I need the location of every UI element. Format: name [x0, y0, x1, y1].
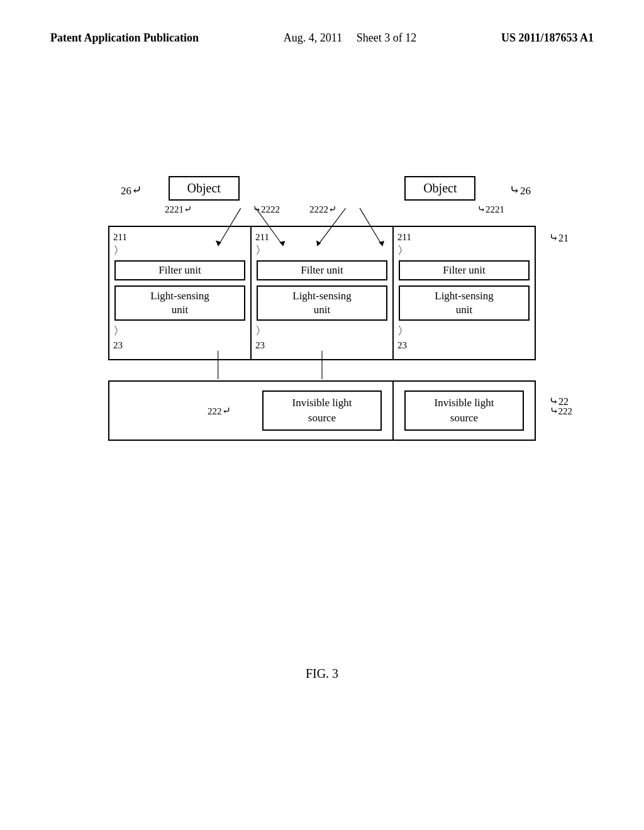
date-text: Aug. 4, 2011	[284, 31, 342, 44]
sensor-cell-3: 211〉 Filter unit Light-sensingunit 〉23	[394, 227, 535, 359]
filter-box-2: Filter unit	[257, 260, 387, 280]
publication-text: Patent Application Publication	[50, 31, 199, 44]
ref-26-left: 26⤶	[121, 182, 142, 197]
ref-23-2: 〉23	[255, 323, 389, 351]
light-cell-2: Invisible lightsource ⤷222	[394, 382, 535, 440]
caption-text: FIG. 3	[306, 667, 338, 680]
diagram-area: 26⤶ Object Object ⤷26 2221⤶ ⤷2222 2222⤶ …	[108, 176, 536, 441]
ref-2222-right: 2222⤶	[309, 203, 336, 215]
sensor-cell-2: 211〉 Filter unit Light-sensingunit 〉23	[252, 227, 394, 359]
ref-2221-right: ⤷2221	[477, 203, 504, 215]
ref-23-3: 〉23	[397, 323, 531, 351]
filter-box-1: Filter unit	[114, 260, 245, 280]
publication-label: Patent Application Publication	[50, 30, 199, 46]
ref-22: ⤷22	[549, 394, 569, 408]
object-label-left: Object	[187, 181, 221, 195]
sheet-text: Sheet 3 of 12	[357, 31, 416, 44]
module-22-container: Invisible lightsource 222⤶ Invisible lig…	[108, 380, 536, 441]
ref-211-1: 211〉	[113, 232, 247, 258]
sensing-box-3: Light-sensingunit	[399, 285, 530, 321]
figure-caption: FIG. 3	[306, 667, 338, 681]
ref-23-1: 〉23	[113, 323, 247, 351]
date-sheet-info: Aug. 4, 2011 Sheet 3 of 12	[284, 30, 416, 46]
object-box-left: Object	[169, 176, 240, 201]
refs-2221-2222-row: 2221⤶ ⤷2222 2222⤶ ⤷2221	[108, 203, 536, 226]
object-box-right: Object	[404, 176, 475, 201]
invisible-light-box-1: Invisible lightsource	[262, 390, 382, 431]
sensing-box-2: Light-sensingunit	[257, 285, 387, 321]
module-gap	[108, 360, 536, 370]
ref-211-3: 211〉	[397, 232, 531, 258]
ref-21: ⤷21	[549, 231, 569, 245]
filter-box-3: Filter unit	[399, 260, 530, 280]
object-label-right: Object	[423, 181, 457, 195]
ref-2221-left: 2221⤶	[165, 203, 192, 215]
invisible-light-box-2: Invisible lightsource	[404, 390, 525, 431]
light-cell-1: 222⤶ Invisible lightsource	[252, 382, 394, 440]
objects-row: 26⤶ Object Object ⤷26	[108, 176, 536, 201]
ref-26-right: ⤷26	[509, 182, 531, 197]
ref-2222-left: ⤷2222	[253, 203, 280, 215]
module-21: 211〉 Filter unit Light-sensingunit 〉23 2…	[108, 226, 536, 360]
patent-number: US 2011/187653 A1	[501, 30, 594, 46]
sensor-cell-1: 211〉 Filter unit Light-sensingunit 〉23	[109, 227, 252, 359]
sensing-box-1: Light-sensingunit	[114, 285, 245, 321]
module-22: Invisible lightsource 222⤶ Invisible lig…	[108, 380, 536, 441]
module-21-container: 211〉 Filter unit Light-sensingunit 〉23 2…	[108, 226, 536, 360]
ref-211-2: 211〉	[255, 232, 389, 258]
ref-222-left: 222⤶	[208, 404, 231, 417]
page-header: Patent Application Publication Aug. 4, 2…	[0, 30, 644, 46]
patent-number-text: US 2011/187653 A1	[501, 31, 594, 44]
